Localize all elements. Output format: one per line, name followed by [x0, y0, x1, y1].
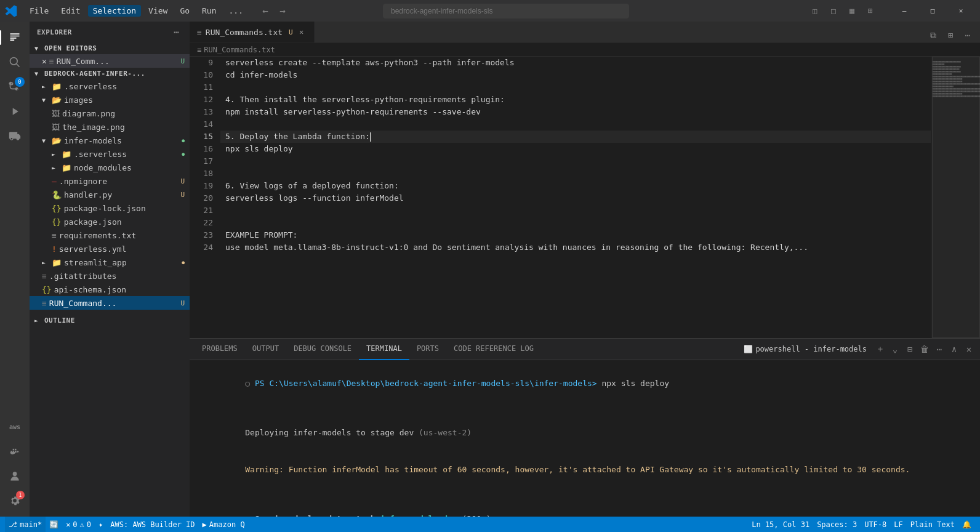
- minimap-viewport[interactable]: [932, 57, 980, 338]
- terminal-success: ✔ Service deployed to stack infer-models…: [197, 501, 973, 517]
- menu-more[interactable]: ...: [224, 5, 248, 17]
- terminal-name: powershell - infer-models: [755, 345, 867, 353]
- grid-layout-button[interactable]: ⊞: [863, 4, 878, 18]
- editor-layout-button[interactable]: ⊞: [943, 28, 958, 42]
- settings-icon[interactable]: 1: [4, 490, 26, 512]
- menu-view[interactable]: View: [143, 5, 172, 17]
- terminal-more-button[interactable]: ⋯: [933, 343, 946, 355]
- terminal-content[interactable]: ○ PS C:\Users\alamuf\Desktop\bedrock-age…: [190, 360, 980, 517]
- language-item[interactable]: Plain Text: [907, 517, 958, 532]
- amazon-q-label: Amazon Q: [209, 520, 245, 529]
- encoding-item[interactable]: UTF-8: [861, 517, 890, 532]
- open-editor-item[interactable]: ✕ ≡ RUN_Comm... U: [30, 54, 190, 68]
- panel-layout-button[interactable]: ▦: [845, 4, 859, 18]
- eol-item[interactable]: LF: [890, 517, 906, 532]
- handler-file[interactable]: 🐍 handler.py U: [30, 188, 190, 201]
- amazon-q-item[interactable]: ▶ Amazon Q: [199, 517, 249, 532]
- new-file-button[interactable]: ⋯: [171, 26, 182, 38]
- search-icon[interactable]: [4, 51, 26, 73]
- titlebar-search-area[interactable]: [383, 4, 629, 18]
- the-image-file[interactable]: 🖼 the_image.png: [30, 120, 190, 134]
- svg-rect-5: [13, 449, 15, 451]
- code-line-12: 4. Then install the serverless-python-re…: [220, 94, 931, 106]
- terminal-dropdown-button[interactable]: ⌄: [889, 343, 901, 355]
- maximize-panel-button[interactable]: ∧: [948, 343, 960, 355]
- open-editors-section[interactable]: ▼ Open Editors: [30, 42, 190, 54]
- split-terminal-button[interactable]: ⊟: [904, 343, 916, 355]
- layout-button[interactable]: □: [826, 4, 841, 18]
- package-file[interactable]: {} package.json: [30, 215, 190, 228]
- images-folder[interactable]: ▼ 📂 images: [30, 93, 190, 107]
- tab-output[interactable]: OUTPUT: [245, 339, 286, 360]
- search-input[interactable]: [383, 4, 629, 18]
- line-col-item[interactable]: Ln 15, Col 31: [748, 517, 813, 532]
- code-line-17: [220, 155, 931, 167]
- serverless-yml-file[interactable]: ! serverless.yml: [30, 242, 190, 256]
- errors-item[interactable]: ✕ 0 ⚠ 0: [62, 517, 95, 532]
- split-editor-button[interactable]: ⧉: [926, 28, 941, 42]
- source-control-icon[interactable]: 0: [4, 76, 26, 98]
- close-icon[interactable]: ✕: [42, 57, 47, 66]
- accounts-icon[interactable]: [4, 465, 26, 487]
- sidebar-header-actions: ⋯: [171, 26, 182, 38]
- folder-chevron: ▼: [42, 137, 49, 144]
- spaces-item[interactable]: Spaces: 3: [813, 517, 861, 532]
- minimize-button[interactable]: —: [890, 0, 918, 22]
- menu-edit[interactable]: Edit: [56, 5, 85, 17]
- serverless-subfolder[interactable]: ► 📁 .serverless ●: [30, 147, 190, 161]
- tab-close-button[interactable]: ✕: [297, 27, 307, 37]
- api-schema-file[interactable]: {} api-schema.json: [30, 283, 190, 296]
- node-modules-folder[interactable]: ► 📁 node_modules: [30, 161, 190, 174]
- tab-debug-console[interactable]: DEBUG CONSOLE: [286, 339, 359, 360]
- folder-chevron: ►: [52, 164, 59, 171]
- close-button[interactable]: ✕: [947, 0, 975, 22]
- run-debug-icon[interactable]: [4, 100, 26, 123]
- maximize-button[interactable]: □: [918, 0, 947, 22]
- project-section[interactable]: ▼ BEDROCK-AGENT-INFER-...: [30, 68, 190, 79]
- code-line-21: [220, 204, 931, 217]
- yaml-icon: !: [52, 244, 57, 254]
- bell-item[interactable]: 🔔: [958, 517, 975, 532]
- menu-go[interactable]: Go: [175, 5, 195, 17]
- infer-models-folder[interactable]: ▼ 📂 infer-models ●: [30, 134, 190, 147]
- streamlit-folder[interactable]: ► 📁 streamlit_app ●: [30, 256, 190, 269]
- tab-code-reference-log[interactable]: CODE REFERENCE LOG: [446, 339, 541, 360]
- back-button[interactable]: ←: [258, 4, 273, 18]
- menu-run[interactable]: Run: [197, 5, 221, 17]
- extensions-icon[interactable]: [4, 125, 26, 147]
- remote-explorer-icon[interactable]: aws: [4, 416, 26, 438]
- svg-point-0: [10, 58, 18, 65]
- editor-tab[interactable]: ≡ RUN_Commands.txt U ✕: [190, 22, 315, 42]
- kill-terminal-button[interactable]: 🗑: [918, 343, 931, 355]
- git-branch-item[interactable]: ⎇ main*: [5, 517, 46, 532]
- modified-indicator: U: [180, 177, 185, 185]
- outline-section[interactable]: ► Outline: [30, 315, 190, 326]
- tab-ports[interactable]: PORTS: [409, 339, 446, 360]
- explorer-icon[interactable]: [4, 26, 26, 49]
- more-actions-button[interactable]: ⋯: [960, 28, 975, 42]
- folder-open-icon: 📂: [52, 95, 62, 105]
- code-line-15: 5. Deploy the Lambda function:: [220, 131, 931, 143]
- forward-button[interactable]: →: [275, 4, 290, 18]
- close-panel-button[interactable]: ✕: [963, 343, 975, 355]
- new-terminal-button[interactable]: ＋: [874, 343, 886, 355]
- serverless-folder[interactable]: ► 📁 .serverless: [30, 79, 190, 93]
- format-item[interactable]: ✦: [95, 517, 106, 532]
- menu-selection[interactable]: Selection: [88, 5, 141, 17]
- docker-icon[interactable]: [4, 440, 26, 462]
- npmignore-file[interactable]: — .npmignore U: [30, 174, 190, 188]
- requirements-file[interactable]: ≡ requirements.txt: [30, 228, 190, 242]
- tab-terminal[interactable]: TERMINAL: [359, 339, 409, 360]
- aws-item[interactable]: AWS: AWS Builder ID: [106, 517, 198, 532]
- source-control-badge: 0: [15, 77, 25, 87]
- menu-file[interactable]: File: [25, 5, 54, 17]
- tab-problems[interactable]: PROBLEMS: [195, 339, 245, 360]
- diagram-file[interactable]: 🖼 diagram.png: [30, 107, 190, 120]
- code-editor[interactable]: serverless create --template aws-python3…: [220, 57, 931, 338]
- sync-item[interactable]: 🔄: [46, 517, 62, 532]
- sidebar-toggle-button[interactable]: ◫: [808, 4, 822, 18]
- run-commands-file[interactable]: ≡ RUN_Command... U: [30, 296, 190, 310]
- svg-rect-6: [15, 449, 17, 451]
- package-lock-file[interactable]: {} package-lock.json: [30, 201, 190, 215]
- gitattributes-file[interactable]: ≡ .gitattributes: [30, 269, 190, 283]
